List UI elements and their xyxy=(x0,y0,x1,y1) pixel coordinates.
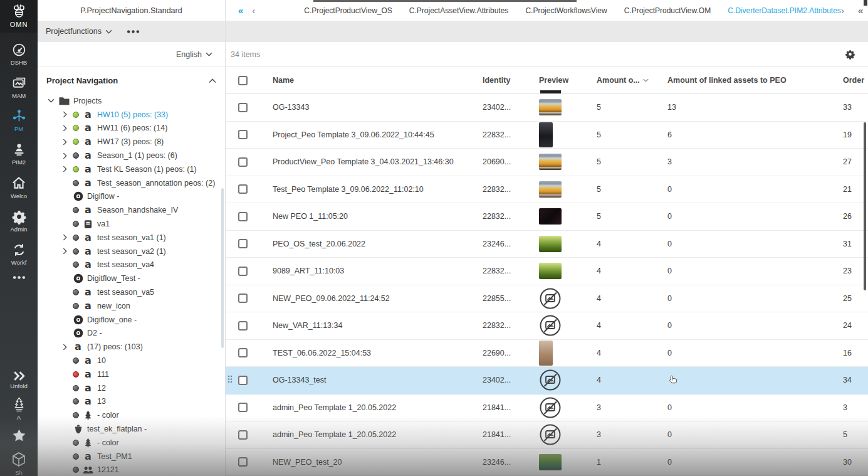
tree-item[interactable]: Digitflow_Test - xyxy=(38,272,225,285)
rail-item-admin[interactable]: Admin xyxy=(11,209,28,233)
preview-thumbnail[interactable] xyxy=(539,208,562,225)
tree-item[interactable]: aHW11 (6) peos: (14) xyxy=(38,122,225,135)
column-header-order[interactable]: Order xyxy=(843,76,868,85)
preview-thumbnail[interactable] xyxy=(539,122,553,147)
column-header-linked-assets[interactable]: Amount of linked assets to PEO xyxy=(667,76,843,85)
preview-thumbnail[interactable] xyxy=(539,181,562,198)
scroll-tabs-right-icon[interactable]: › xyxy=(841,6,844,15)
rail-item-pm[interactable]: PM xyxy=(11,108,27,132)
table-row[interactable]: OG-1334323402...51333 xyxy=(226,94,868,122)
tree-item[interactable]: aSeason_1 (1) peos: (6) xyxy=(38,149,225,162)
row-checkbox[interactable] xyxy=(238,294,248,303)
tree-item[interactable]: aHW17 (3) peos: (8) xyxy=(38,135,225,149)
row-checkbox[interactable] xyxy=(238,321,248,331)
row-checkbox[interactable] xyxy=(238,239,248,248)
chevron-right-icon[interactable] xyxy=(60,344,69,351)
tree-item[interactable]: test_ek_flatplan - xyxy=(38,422,225,436)
rail-item-share[interactable]: Sh xyxy=(11,452,26,476)
chevron-right-icon[interactable] xyxy=(60,152,69,159)
table-row[interactable]: TEST_06.06.2022_15:04:5322690...4016 xyxy=(226,340,868,368)
table-row[interactable]: New_VAR_11:13:3422832...4024 xyxy=(226,312,868,340)
tree-item[interactable]: - color xyxy=(38,408,225,422)
tree-item[interactable]: aSeason_handshake_IV xyxy=(38,203,225,217)
rail-item-mam[interactable]: MAM xyxy=(11,75,27,99)
select-all-checkbox[interactable] xyxy=(238,76,248,85)
tree-item[interactable]: a10 xyxy=(38,354,225,368)
table-row[interactable]: NEW_PEO_09.06.2022_11:24:5222855...4025 xyxy=(226,285,868,313)
table-row[interactable]: 9089_ART_11:10:0322832...4023 xyxy=(226,258,868,285)
table-row[interactable]: Project_Peo Template 3_09.06.2022_10:44:… xyxy=(226,122,868,149)
rail-item-favorites[interactable] xyxy=(11,428,27,445)
rail-item-workflow[interactable]: Workf xyxy=(11,242,27,266)
collapse-caret-up-icon[interactable] xyxy=(209,78,216,83)
table-row[interactable]: ProductView_Peo Template 3_04.03.2021_13… xyxy=(226,149,868,176)
row-checkbox[interactable] xyxy=(238,430,248,440)
row-checkbox[interactable] xyxy=(238,403,248,412)
row-checkbox[interactable] xyxy=(238,212,248,221)
tree-item[interactable]: anew_icon xyxy=(38,299,225,313)
column-header-amount[interactable]: Amount o... xyxy=(597,76,667,85)
scroll-tabs-end-icon[interactable]: « xyxy=(858,6,863,15)
table-scrollbar[interactable] xyxy=(864,122,866,290)
table-row[interactable]: OG-13343_test23402...434 xyxy=(226,367,868,394)
sort-chevron-down-icon[interactable] xyxy=(643,78,649,82)
chevron-right-icon[interactable] xyxy=(60,125,69,132)
preview-thumbnail[interactable] xyxy=(539,454,562,470)
preview-thumbnail[interactable] xyxy=(539,341,553,366)
tree-item[interactable]: Projects xyxy=(38,94,225,108)
rail-item-dashboard[interactable]: DSHB xyxy=(11,42,27,66)
preview-thumbnail[interactable] xyxy=(539,263,562,279)
table-settings-gear-icon[interactable] xyxy=(845,49,855,60)
chevron-right-icon[interactable] xyxy=(60,234,69,241)
rail-item-welcome[interactable]: Welco xyxy=(11,175,27,199)
row-checkbox[interactable] xyxy=(238,376,248,385)
tab-C.ProjectWorkflowsView[interactable]: C.ProjectWorkflowsView xyxy=(525,6,607,15)
tree-item[interactable]: atest season_va4 xyxy=(38,258,225,272)
drag-handle-icon[interactable] xyxy=(227,375,233,385)
table-row[interactable]: New PEO 1_11:05:2022832...5026 xyxy=(226,203,868,231)
tree-item[interactable]: Digiflow - xyxy=(38,190,225,204)
project-functions-dropdown[interactable]: Projectfunctions xyxy=(46,27,102,36)
rail-item-pim2[interactable]: PIM2 xyxy=(11,142,27,166)
tree-item[interactable]: atest season_va5 xyxy=(38,285,225,299)
tree-item[interactable]: aTest_PM1 xyxy=(38,450,225,463)
language-selector[interactable]: English xyxy=(38,42,225,67)
scroll-tabs-start-icon[interactable]: « xyxy=(238,6,243,15)
tree-item[interactable]: aHW10 (5) peos: (33) xyxy=(38,108,225,122)
row-checkbox[interactable] xyxy=(238,184,248,194)
tree-item[interactable]: a12 xyxy=(38,381,225,395)
table-row[interactable]: admin_Peo Template 1_20.05.202221841...3… xyxy=(226,394,868,422)
row-checkbox[interactable] xyxy=(238,267,248,276)
chevron-right-icon[interactable] xyxy=(60,166,69,172)
tree-item[interactable]: Digiflow_one - xyxy=(38,313,225,327)
row-checkbox[interactable] xyxy=(238,103,248,112)
column-header-identity[interactable]: Identity xyxy=(483,76,539,85)
tree-item[interactable]: - color xyxy=(38,436,225,450)
tree-item[interactable]: D2 - xyxy=(38,327,225,341)
chevron-down-icon[interactable] xyxy=(105,29,112,34)
rail-item-more[interactable] xyxy=(12,275,26,281)
tree-item[interactable]: a111 xyxy=(38,368,225,381)
table-row[interactable]: NEW_PEO_test_2023246...1030 xyxy=(226,449,868,476)
tree-item[interactable]: aTest_season_annotation peos: (2) xyxy=(38,176,225,190)
tree-item[interactable]: va1 xyxy=(38,217,225,231)
tree-item[interactable]: 12121 xyxy=(38,463,225,476)
tree-item[interactable]: atest season_va2 (1) xyxy=(38,245,225,258)
row-checkbox[interactable] xyxy=(238,130,248,139)
chevron-right-icon[interactable] xyxy=(60,248,69,255)
preview-thumbnail[interactable] xyxy=(539,99,562,115)
rail-item-unfold[interactable]: Unfold xyxy=(10,371,27,389)
tab-C.DiverterDataset.PIM2.Attributes[interactable]: C.DiverterDataset.PIM2.Attributes xyxy=(728,6,841,15)
tab-C.ProjectProductView.OM[interactable]: C.ProjectProductView.OM xyxy=(624,6,711,15)
row-checkbox[interactable] xyxy=(238,157,248,167)
column-header-preview[interactable]: Preview xyxy=(539,76,597,85)
more-options-icon[interactable] xyxy=(126,29,140,34)
app-logo[interactable]: OMN xyxy=(0,0,38,33)
chevron-down-icon[interactable] xyxy=(46,98,55,103)
column-header-name[interactable]: Name xyxy=(273,76,483,85)
chevron-right-icon[interactable] xyxy=(60,111,69,118)
tree-item[interactable]: a13 xyxy=(38,395,225,409)
tab-C.ProjectAssetView.Attributes[interactable]: C.ProjectAssetView.Attributes xyxy=(409,6,509,15)
table-row[interactable]: Test_Peo Template 3_09.06.2022_11:02:102… xyxy=(226,176,868,204)
tree-item[interactable]: aTest KL Season (1) peos: (1) xyxy=(38,162,225,176)
